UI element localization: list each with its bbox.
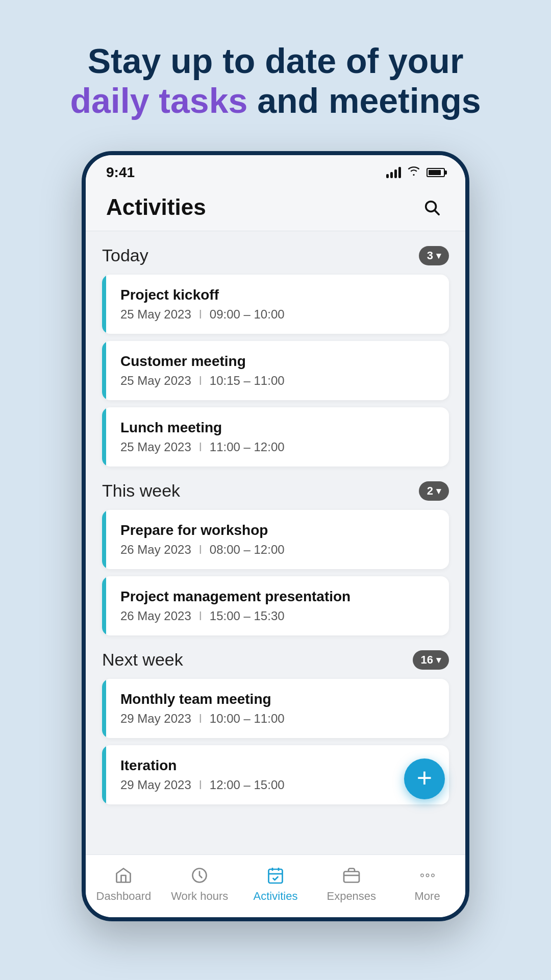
card-accent xyxy=(102,576,106,635)
nav-label-work-hours: Work hours xyxy=(171,890,228,903)
card-body: Project management presentation 26 May 2… xyxy=(106,576,449,635)
app-header: Activities xyxy=(86,186,465,231)
activity-card-monthly-meeting[interactable]: Monthly team meeting 29 May 2023 I 10:00… xyxy=(102,679,449,738)
card-title: Prepare for workshop xyxy=(120,522,435,538)
section-this-week-header: This week 2 ▾ xyxy=(102,481,449,501)
more-dots-icon xyxy=(416,864,439,887)
card-meta: 25 May 2023 I 09:00 – 10:00 xyxy=(120,307,435,322)
activity-card-project-kickoff[interactable]: Project kickoff 25 May 2023 I 09:00 – 10… xyxy=(102,275,449,334)
card-title: Lunch meeting xyxy=(120,420,435,436)
svg-point-10 xyxy=(420,874,423,877)
hero-rest: and meetings xyxy=(247,81,481,120)
chevron-down-icon: ▾ xyxy=(436,485,441,497)
card-title: Project kickoff xyxy=(120,287,435,303)
hero-line1: Stay up to date of your xyxy=(70,41,481,81)
card-title: Project management presentation xyxy=(120,589,435,605)
add-activity-button[interactable]: + xyxy=(404,758,445,799)
hero-line2: daily tasks and meetings xyxy=(70,81,481,120)
card-title: Iteration xyxy=(120,757,435,774)
card-body: Customer meeting 25 May 2023 I 10:15 – 1… xyxy=(106,341,449,400)
svg-point-11 xyxy=(426,874,429,877)
svg-rect-7 xyxy=(344,872,359,883)
card-meta: 25 May 2023 I 11:00 – 12:00 xyxy=(120,440,435,454)
card-meta: 29 May 2023 I 10:00 – 11:00 xyxy=(120,712,435,726)
card-meta: 26 May 2023 I 08:00 – 12:00 xyxy=(120,543,435,557)
card-accent xyxy=(102,341,106,400)
card-body: Monthly team meeting 29 May 2023 I 10:00… xyxy=(106,679,449,738)
card-body: Lunch meeting 25 May 2023 I 11:00 – 12:0… xyxy=(106,407,449,467)
card-body: Iteration 29 May 2023 I 12:00 – 15:00 xyxy=(106,745,449,804)
card-meta: 25 May 2023 I 10:15 – 11:00 xyxy=(120,374,435,388)
activity-card-iteration[interactable]: Iteration 29 May 2023 I 12:00 – 15:00 xyxy=(102,745,449,804)
status-icons xyxy=(386,165,445,180)
card-accent xyxy=(102,275,106,334)
section-this-week-badge[interactable]: 2 ▾ xyxy=(419,481,449,501)
section-next-week-badge[interactable]: 16 ▾ xyxy=(413,650,449,670)
nav-label-expenses: Expenses xyxy=(327,890,376,903)
activity-card-customer-meeting[interactable]: Customer meeting 25 May 2023 I 10:15 – 1… xyxy=(102,341,449,400)
nav-item-work-hours[interactable]: Work hours xyxy=(169,864,230,903)
nav-item-activities[interactable]: Activities xyxy=(245,864,306,903)
add-icon: + xyxy=(417,765,432,791)
card-body: Prepare for workshop 26 May 2023 I 08:00… xyxy=(106,510,449,569)
nav-item-expenses[interactable]: Expenses xyxy=(321,864,382,903)
bottom-navigation: Dashboard Work hours Acti xyxy=(86,854,465,917)
card-title: Monthly team meeting xyxy=(120,691,435,707)
svg-point-12 xyxy=(431,874,434,877)
signal-icon xyxy=(386,167,401,178)
status-bar: 9:41 xyxy=(86,155,465,186)
chevron-down-icon: ▾ xyxy=(436,654,441,666)
svg-line-1 xyxy=(435,211,439,215)
activities-list: Today 3 ▾ Project kickoff 25 May 2023 I … xyxy=(86,231,465,854)
svg-rect-3 xyxy=(268,869,282,883)
phone-mockup: 9:41 Activities xyxy=(82,151,469,921)
nav-label-more: More xyxy=(415,890,440,903)
status-time: 9:41 xyxy=(106,164,135,181)
search-button[interactable] xyxy=(418,194,445,220)
clock-icon xyxy=(188,864,211,887)
search-icon xyxy=(423,199,440,216)
briefcase-icon xyxy=(340,864,363,887)
hero-section: Stay up to date of your daily tasks and … xyxy=(40,41,512,120)
nav-label-activities: Activities xyxy=(254,890,298,903)
section-this-week: This week 2 ▾ Prepare for workshop 26 Ma… xyxy=(102,481,449,635)
activity-card-prepare-workshop[interactable]: Prepare for workshop 26 May 2023 I 08:00… xyxy=(102,510,449,569)
card-body: Project kickoff 25 May 2023 I 09:00 – 10… xyxy=(106,275,449,334)
section-next-week-header: Next week 16 ▾ xyxy=(102,650,449,670)
home-icon xyxy=(112,864,135,887)
activity-card-lunch-meeting[interactable]: Lunch meeting 25 May 2023 I 11:00 – 12:0… xyxy=(102,407,449,467)
app-title: Activities xyxy=(106,194,206,220)
section-this-week-label: This week xyxy=(102,481,180,501)
card-meta: 29 May 2023 I 12:00 – 15:00 xyxy=(120,778,435,792)
section-today: Today 3 ▾ Project kickoff 25 May 2023 I … xyxy=(102,246,449,467)
calendar-check-icon xyxy=(264,864,287,887)
card-accent xyxy=(102,679,106,738)
section-next-week-label: Next week xyxy=(102,650,183,670)
card-accent xyxy=(102,745,106,804)
activity-card-pm-presentation[interactable]: Project management presentation 26 May 2… xyxy=(102,576,449,635)
card-title: Customer meeting xyxy=(120,353,435,370)
chevron-down-icon: ▾ xyxy=(436,250,441,261)
nav-item-more[interactable]: More xyxy=(397,864,458,903)
battery-icon xyxy=(427,168,445,177)
wifi-icon xyxy=(407,165,420,180)
card-meta: 26 May 2023 I 15:00 – 15:30 xyxy=(120,609,435,623)
section-next-week: Next week 16 ▾ Monthly team meeting 29 M… xyxy=(102,650,449,804)
card-accent xyxy=(102,407,106,467)
card-accent xyxy=(102,510,106,569)
nav-item-dashboard[interactable]: Dashboard xyxy=(93,864,154,903)
nav-label-dashboard: Dashboard xyxy=(96,890,152,903)
section-today-badge[interactable]: 3 ▾ xyxy=(419,246,449,265)
hero-highlight: daily tasks xyxy=(70,81,248,120)
section-today-label: Today xyxy=(102,246,148,265)
section-today-header: Today 3 ▾ xyxy=(102,246,449,265)
